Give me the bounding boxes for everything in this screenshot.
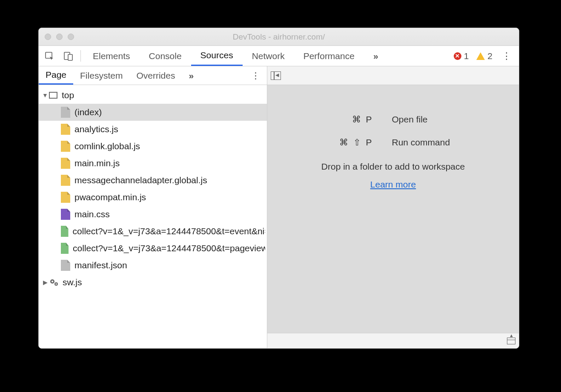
tree-file-index[interactable]: (index) — [39, 104, 267, 121]
subtabs-overflow-icon[interactable]: » — [182, 66, 200, 85]
tree-label: collect?v=1&_v=j73&a=1244478500&t=event&… — [73, 226, 265, 236]
shortcut-open-file: ⌘ P Open file — [309, 110, 477, 129]
tree-file-analytics[interactable]: analytics.js — [39, 121, 267, 138]
window-title: DevTools - airhorner.com/ — [39, 32, 519, 42]
separator — [80, 50, 81, 62]
sources-body: Page Filesystem Overrides » ⋮ top (index… — [39, 66, 519, 348]
tree-file-collect2[interactable]: collect?v=1&_v=j73&a=1244478500&t=pagevi… — [39, 240, 267, 257]
titlebar: DevTools - airhorner.com/ — [39, 28, 519, 46]
tree-label: pwacompat.min.js — [74, 192, 146, 202]
tree-label: collect?v=1&_v=j73&a=1244478500&t=pagevi… — [73, 243, 265, 253]
tab-console[interactable]: Console — [140, 46, 191, 66]
editor-empty-state: ⌘ P Open file ⌘ ⇧ P Run command Drop in … — [267, 85, 519, 333]
window-controls — [39, 34, 74, 40]
toggle-navigator-icon[interactable] — [271, 71, 281, 80]
subtab-page[interactable]: Page — [39, 66, 73, 85]
close-window-icon[interactable] — [45, 34, 51, 40]
status-counters[interactable]: ✕ 1 2 — [450, 46, 496, 66]
warning-count: 2 — [487, 51, 492, 61]
editor-footer — [267, 333, 519, 348]
svg-point-6 — [55, 283, 57, 284]
tab-elements[interactable]: Elements — [83, 46, 140, 66]
js-file-icon — [61, 158, 70, 169]
zoom-window-icon[interactable] — [68, 34, 74, 40]
editor-toolbar — [267, 66, 519, 85]
show-drawer-icon[interactable] — [507, 338, 515, 344]
shortcut-label: Run command — [392, 137, 477, 148]
minimize-window-icon[interactable] — [56, 34, 63, 40]
tree-file-pwacompat[interactable]: pwacompat.min.js — [39, 189, 267, 206]
tree-label: (index) — [74, 107, 102, 117]
net-file-icon — [61, 226, 69, 237]
tree-label: messagechanneladapter.global.js — [74, 175, 207, 185]
net-file-icon — [61, 243, 69, 254]
file-icon — [61, 260, 70, 271]
main-tabs: Elements Console Sources Network Perform… — [83, 46, 388, 66]
tree-label: manifest.json — [74, 260, 127, 270]
learn-more-link[interactable]: Learn more — [370, 179, 416, 190]
file-tree: top (index) analytics.js comlink.global.… — [39, 85, 267, 348]
tree-label: sw.js — [63, 277, 82, 287]
tree-label: top — [62, 90, 74, 100]
svg-point-4 — [52, 281, 53, 282]
caret-right-icon[interactable] — [41, 279, 49, 286]
devtools-window: DevTools - airhorner.com/ Elements Conso… — [38, 28, 519, 349]
error-count: 1 — [464, 51, 469, 61]
error-icon: ✕ — [454, 52, 461, 60]
frame-icon — [49, 92, 57, 99]
file-icon — [61, 107, 70, 118]
tree-file-collect1[interactable]: collect?v=1&_v=j73&a=1244478500&t=event&… — [39, 223, 267, 240]
tree-file-maincss[interactable]: main.css — [39, 206, 267, 223]
navigator-menu-icon[interactable]: ⋮ — [244, 66, 267, 85]
editor-pane: ⌘ P Open file ⌘ ⇧ P Run command Drop in … — [267, 66, 519, 348]
tree-frame-top[interactable]: top — [39, 87, 267, 104]
css-file-icon — [61, 209, 70, 220]
tree-label: analytics.js — [74, 124, 118, 134]
tree-file-manifest[interactable]: manifest.json — [39, 257, 267, 274]
js-file-icon — [61, 192, 70, 203]
main-tabbar: Elements Console Sources Network Perform… — [39, 46, 519, 66]
inspect-element-icon[interactable] — [40, 46, 59, 66]
js-file-icon — [61, 141, 70, 152]
shortcut-keys: ⌘ P — [309, 114, 373, 125]
tabs-overflow-icon[interactable]: » — [364, 46, 388, 66]
tree-label: comlink.global.js — [74, 141, 140, 151]
workspace-drop-hint: Drop in a folder to add to workspace — [321, 162, 465, 172]
navigator-pane: Page Filesystem Overrides » ⋮ top (index… — [39, 66, 267, 348]
device-toolbar-icon[interactable] — [59, 46, 78, 66]
tree-label: main.min.js — [74, 158, 120, 168]
svg-rect-2 — [68, 54, 72, 60]
subtab-filesystem[interactable]: Filesystem — [73, 66, 129, 85]
tree-file-mainmin[interactable]: main.min.js — [39, 155, 267, 172]
tree-label: main.css — [74, 209, 110, 219]
tab-network[interactable]: Network — [243, 46, 294, 66]
caret-down-icon[interactable] — [41, 92, 49, 99]
js-file-icon — [61, 124, 70, 135]
settings-menu-icon[interactable]: ⋮ — [496, 46, 517, 66]
navigator-tabbar: Page Filesystem Overrides » ⋮ — [39, 66, 267, 85]
tree-file-comlink[interactable]: comlink.global.js — [39, 138, 267, 155]
shortcut-run-command: ⌘ ⇧ P Run command — [309, 133, 477, 152]
shortcut-keys: ⌘ ⇧ P — [309, 137, 373, 148]
tree-file-msgchan[interactable]: messagechanneladapter.global.js — [39, 172, 267, 189]
tree-worker-sw[interactable]: sw.js — [39, 274, 267, 291]
warning-icon — [476, 52, 485, 60]
js-file-icon — [61, 175, 70, 186]
service-worker-icon — [49, 278, 59, 287]
shortcut-label: Open file — [392, 114, 477, 125]
tab-sources[interactable]: Sources — [191, 46, 243, 66]
tab-performance[interactable]: Performance — [294, 46, 364, 66]
subtab-overrides[interactable]: Overrides — [129, 66, 182, 85]
